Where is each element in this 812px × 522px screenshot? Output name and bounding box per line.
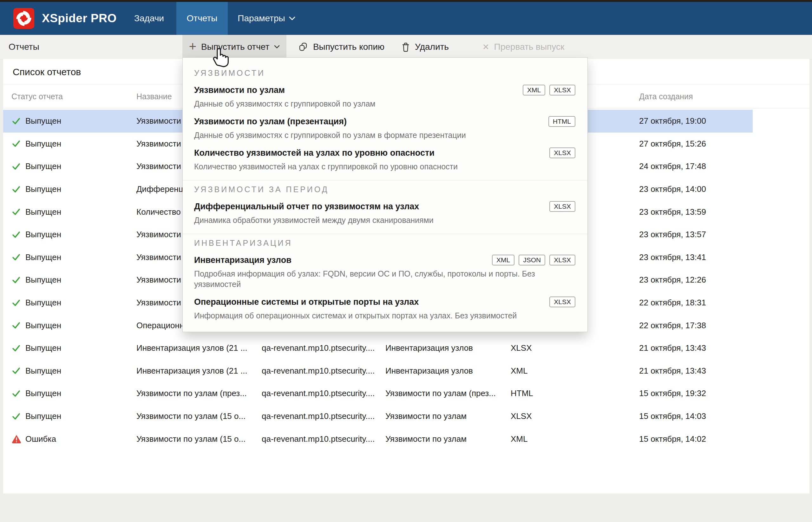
tab-parameters-label: Параметры [238,13,285,23]
status-text: Выпущен [25,110,61,133]
chevron-down-icon [274,45,280,49]
dropdown-item[interactable]: Уязвимости по узлам (презентация) HTML Д… [194,116,575,140]
format-badge[interactable]: JSON [519,255,545,265]
status-success-icon [12,360,22,382]
table-row[interactable]: Выпущен Уязвимости по узлам (през... qa-… [3,382,753,405]
dropdown-item[interactable]: Операционные системы и открытые порты на… [194,297,575,321]
report-date: 15 октября, 14:02 [639,427,706,450]
format-badge[interactable]: XML [523,85,545,96]
format-badge[interactable]: XML [492,255,514,265]
report-date: 27 октября, 15:26 [639,133,706,155]
status-text: Выпущен [25,200,61,223]
report-date: 23 октября, 13:41 [639,246,706,269]
status-success-icon [12,200,22,223]
table-row[interactable]: Выпущен Инвентаризация узлов (21 ... qa-… [3,360,753,382]
divider [183,180,588,180]
report-name: Уязвимости [136,133,181,155]
issue-copy-button[interactable]: Выпустить копию [294,35,388,59]
report-name: Уязвимости [136,292,181,314]
report-name: Инвентаризация узлов (21 ... [136,337,247,360]
column-header-date: Дата создания [639,89,693,103]
status-success-icon [12,246,22,269]
status-text: Выпущен [25,337,61,360]
format-badge[interactable]: XLSX [549,297,575,307]
report-template: Инвентаризация узлов [385,360,473,382]
list-title: Список отчетов [13,66,81,77]
delete-label: Удалить [415,42,449,52]
app-window: XSpider PRO Задачи Отчеты Параметры Отче… [0,0,812,522]
report-template-title: Операционные системы и открытые порты на… [194,297,419,307]
cross-icon: ✕ [482,42,490,52]
issue-report-button[interactable]: + Выпустить отчет [182,35,286,59]
status-text: Выпущен [25,178,61,201]
report-task: qa-revenant.mp10.ptsecurity.... [262,405,375,428]
report-name: Операционн [136,314,184,337]
report-name: Уязвимости по узлам (15 о... [136,427,245,450]
table-row[interactable]: Выпущен Инвентаризация узлов (21 ... qa-… [3,337,753,360]
status-text: Выпущен [25,314,61,337]
report-date: 23 октября, 13:59 [639,200,706,223]
report-name: Инвентаризация узлов (21 ... [136,360,247,382]
status-text: Выпущен [25,223,61,246]
report-template-description: Информация об операционных системах и от… [194,310,559,321]
report-format: XLSX [511,337,532,360]
xspider-logo-icon [13,8,34,29]
status-text: Выпущен [25,382,61,405]
table-row[interactable]: Выпущен Уязвимости по узлам (15 о... qa-… [3,405,753,428]
format-badge[interactable]: XLSX [549,147,575,158]
report-format: HTML [511,382,533,405]
report-name: Уязвимости [136,223,181,246]
chevron-down-icon [289,17,295,21]
column-header-status: Статус отчета [12,89,63,103]
report-template-description: Количество уязвимостей на узлах с группи… [194,161,559,172]
report-date: 23 октября, 12:26 [639,268,706,292]
table-row[interactable]: Ошибка Уязвимости по узлам (15 о... qa-r… [3,427,753,450]
tab-reports[interactable]: Отчеты [176,2,228,35]
status-success-icon [12,110,22,133]
delete-button[interactable]: Удалить [397,35,453,59]
format-badge[interactable]: XLSX [549,201,575,212]
report-name: Уязвимости по узлам (през... [136,382,247,405]
issue-report-dropdown: УЯЗВИМОСТИ Уязвимости по узлам XML XLSX … [182,57,588,332]
report-template-description: Подробная информация об узлах: FQDN, вер… [194,268,559,289]
format-badge[interactable]: XLSX [549,255,575,265]
dropdown-item[interactable]: Количество уязвимостей на узлах по уровн… [194,147,575,172]
tab-tasks[interactable]: Задачи [125,2,173,35]
dropdown-item[interactable]: Инвентаризация узлов XML JSON XLSX Подро… [194,255,575,289]
tab-tasks-label: Задачи [134,13,164,23]
report-date: 22 октября, 18:31 [639,292,706,314]
status-success-icon [12,268,22,292]
dropdown-item[interactable]: Дифференциальный отчет по уязвимостям на… [194,201,575,225]
report-name: Уязвимости [136,155,181,178]
format-badge[interactable]: HTML [549,116,575,127]
report-template: Уязвимости по узлам (през... [385,382,496,405]
top-navigation-bar: XSpider PRO Задачи Отчеты Параметры [0,2,812,35]
report-name: Дифференц [136,178,183,201]
dropdown-item[interactable]: Уязвимости по узлам XML XLSX Данные об у… [194,85,575,109]
status-text: Выпущен [25,133,61,155]
report-date: 24 октября, 17:48 [639,155,706,178]
status-success-icon [12,292,22,314]
report-template: Уязвимости по узлам [385,427,467,450]
status-text: Выпущен [25,246,61,269]
report-template-title: Уязвимости по узлам (презентация) [194,117,347,126]
tab-parameters[interactable]: Параметры [235,2,298,35]
report-name: Уязвимости [136,246,181,269]
format-badge[interactable]: XLSX [549,85,575,96]
report-name: Уязвимости по узлам (15 о... [136,405,245,428]
abort-issue-button: ✕ Прервать выпуск [480,35,567,59]
status-text: Ошибка [25,427,56,450]
column-header-name: Название [136,89,172,103]
report-name: Уязвимости [136,268,181,292]
cursor-pointer-icon [212,46,232,67]
copy-icon [298,42,308,52]
report-template-title: Количество уязвимостей на узлах по уровн… [194,148,435,158]
report-name: Уязвимости [136,110,181,133]
report-template-title: Уязвимости по узлам [194,85,285,95]
brand-title: XSpider PRO [42,12,117,25]
report-task: qa-revenant.mp10.ptsecurity.... [262,360,375,382]
report-name: Количество [136,200,181,223]
report-format: XLSX [511,405,532,428]
report-format: XML [511,360,528,382]
report-task: qa-revenant.mp10.ptsecurity.... [262,427,375,450]
